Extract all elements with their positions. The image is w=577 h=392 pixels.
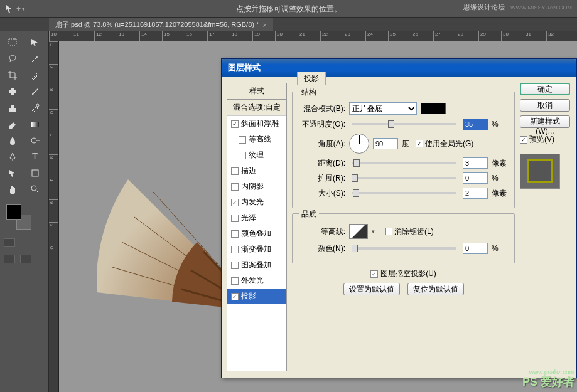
color-swatch[interactable] [6,204,31,230]
size-input[interactable] [463,188,488,199]
contour-picker[interactable] [349,224,368,239]
style-checkbox[interactable] [231,215,239,222]
brush-tool[interactable] [25,84,45,99]
angle-dial[interactable] [349,134,369,154]
cancel-button[interactable]: 取消 [520,99,570,112]
svg-rect-5 [31,122,39,127]
style-label: 斜面和浮雕 [241,119,279,129]
move-tool[interactable] [25,35,45,50]
path-select-tool[interactable] [3,166,23,181]
dialog-title[interactable]: 图层样式 [222,59,576,77]
close-tab-icon[interactable]: × [262,21,266,29]
opacity-slider[interactable] [352,123,456,125]
style-checkbox[interactable] [231,246,239,253]
style-checkbox[interactable] [231,230,239,238]
hint-text: 点按并拖移可调整效果的位置。 [236,4,342,14]
eyedropper-tool[interactable] [25,68,45,83]
global-light-checkbox[interactable]: ✓ [416,140,423,147]
fg-color[interactable] [6,204,21,220]
angle-input[interactable] [373,138,398,149]
ok-button[interactable]: 确定 [520,83,570,95]
style-checkbox[interactable] [231,167,239,175]
noise-input[interactable] [463,243,488,254]
style-checkbox[interactable]: ✓ [231,199,239,206]
new-style-button[interactable]: 新建样式(W)... [520,115,570,128]
brand-url: WWW.MISSYUAN.COM [510,4,572,11]
style-item-渐变叠加[interactable]: 渐变叠加 [227,241,286,257]
knockout-checkbox[interactable]: ✓ [370,270,378,278]
reset-default-button[interactable]: 复位为默认值 [407,283,464,295]
crop-tool[interactable] [3,68,23,83]
style-label: 等高线 [249,134,271,145]
layer-style-dialog: 图层样式 样式 混合选项:自定 ✓斜面和浮雕等高线纹理描边内阴影✓内发光光泽颜色… [221,58,577,378]
distance-input[interactable] [463,157,488,169]
spread-label: 扩展(R): [298,173,345,184]
blend-options-header[interactable]: 混合选项:自定 [227,100,286,116]
shape-tool[interactable] [25,166,45,181]
preview-checkbox[interactable]: ✓ [520,136,527,144]
style-checkbox[interactable]: ✓ [231,293,239,300]
structure-group: 结构 混合模式(B): 正片叠底 不透明度(O): % 角度(A): 度 [292,92,515,208]
style-checkbox[interactable] [239,152,246,159]
heal-tool[interactable] [3,84,23,99]
style-item-外发光[interactable]: 外发光 [227,273,286,289]
style-item-内阴影[interactable]: 内阴影 [227,179,286,194]
quickmask-btn[interactable] [4,238,15,247]
pen-tool[interactable] [3,149,23,164]
style-checkbox[interactable] [231,183,239,191]
eraser-tool[interactable] [3,117,23,132]
preview-swatch [520,154,560,189]
spread-input[interactable] [463,172,488,184]
style-item-投影[interactable]: ✓投影 [227,289,286,304]
style-item-纹理[interactable]: 纹理 [227,147,286,163]
style-item-内发光[interactable]: ✓内发光 [227,194,286,210]
gradient-tool[interactable] [25,117,45,132]
lasso-tool[interactable] [3,51,23,66]
style-item-斜面和浮雕[interactable]: ✓斜面和浮雕 [227,116,286,132]
set-default-button[interactable]: 设置为默认值 [343,283,400,295]
stamp-tool[interactable] [3,100,23,115]
rect-select-tool[interactable] [3,35,23,50]
global-light-label: 使用全局光(G) [425,139,473,149]
type-tool[interactable]: T [25,149,45,164]
style-checkbox[interactable] [239,136,246,144]
shadow-color[interactable] [421,103,446,114]
svg-point-4 [36,104,39,107]
distance-slider[interactable] [352,162,456,164]
screenmode-btn-2[interactable] [20,255,31,263]
style-checkbox[interactable]: ✓ [231,120,239,128]
noise-slider[interactable] [352,247,456,250]
style-label: 光泽 [241,213,256,223]
style-checkbox[interactable] [231,277,239,285]
hand-tool[interactable] [3,182,23,197]
angle-unit: 度 [402,139,409,149]
history-brush-tool[interactable] [25,100,45,115]
size-unit: 像素 [492,188,509,199]
opacity-input[interactable] [463,119,488,130]
quality-group: 品质 等高线: ▾ 消除锯齿(L) 杂色(N): % [292,213,515,263]
dodge-tool[interactable] [25,133,45,148]
wand-tool[interactable] [25,51,45,66]
antialias-checkbox[interactable] [385,228,392,235]
preview-label: 预览(V) [529,134,554,145]
knockout-label: 图层挖空投影(U) [380,268,436,279]
style-item-图案叠加[interactable]: 图案叠加 [227,257,286,273]
opacity-label: 不透明度(O): [298,119,345,130]
blend-mode-select[interactable]: 正片叠底 [349,102,417,115]
style-checkbox[interactable] [231,262,239,269]
screenmode-btn[interactable] [4,255,15,263]
spread-unit: % [492,174,509,183]
style-item-等高线[interactable]: 等高线 [227,132,286,147]
spread-slider[interactable] [352,177,456,179]
blur-tool[interactable] [3,133,23,148]
document-tab[interactable]: 扇子.psd @ 73.8% (u=2511691857,1207205581&… [49,18,273,31]
tool-options[interactable]: + ▾ [5,4,25,14]
style-item-颜色叠加[interactable]: 颜色叠加 [227,226,286,241]
style-item-描边[interactable]: 描边 [227,163,286,179]
style-label: 外发光 [241,275,264,286]
zoom-tool[interactable] [25,182,45,197]
size-slider[interactable] [352,192,456,194]
svg-point-1 [9,55,16,60]
styles-header[interactable]: 样式 [227,83,286,100]
style-item-光泽[interactable]: 光泽 [227,210,286,226]
